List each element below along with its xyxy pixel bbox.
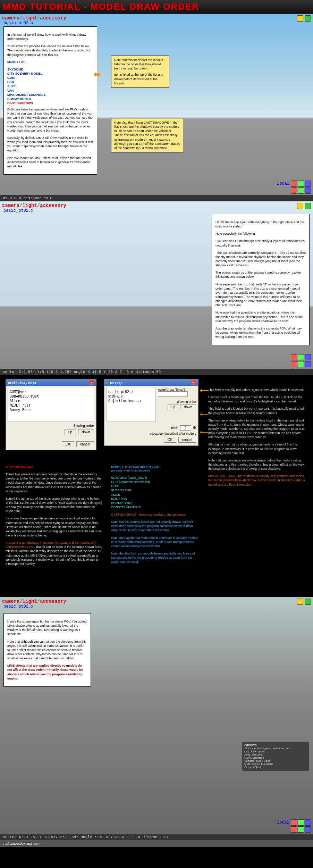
- win-title: accessory: [107, 381, 122, 385]
- caption: center X:-9.251 Y:13.517 Z:-1.647 angle …: [0, 834, 313, 840]
- page-title: MMD TUTORIAL - MODEL DRAW ORDER: [3, 1, 310, 12]
- t: The number entered refers to the models …: [208, 418, 305, 440]
- axis-y-icon[interactable]: [298, 354, 304, 360]
- axis-x-icon[interactable]: [291, 819, 297, 826]
- rot-y-icon[interactable]: [298, 826, 304, 833]
- head: VERY IMPORTANT:: [6, 465, 103, 469]
- arrow-icon: ⟵: [200, 410, 209, 418]
- column-a: VERY IMPORTANT: These two panels are act…: [6, 462, 103, 569]
- list-item[interactable]: Alice: [10, 399, 92, 403]
- icon-circle[interactable]: [297, 599, 303, 605]
- icon-plus[interactable]: [305, 15, 311, 22]
- up-button[interactable]: up: [168, 404, 179, 410]
- arrow-icon: ⟵: [200, 387, 209, 394]
- t: Note that this list shows the models lis…: [114, 58, 166, 70]
- local-label: local: [277, 820, 289, 825]
- list-item[interactable]: Dummy Bone: [10, 408, 92, 412]
- over-input[interactable]: [180, 425, 191, 431]
- axis-y-icon[interactable]: [298, 819, 304, 826]
- c: Alice: Kakomiki: [244, 753, 307, 756]
- cla-sub: basic_pt02.x: [3, 604, 33, 609]
- panel-4: camera/light/accessory basic_pt02.x Here…: [0, 597, 313, 840]
- t: Note also that it is possible to create …: [215, 310, 306, 323]
- t: If you see these two panels as one conti…: [6, 516, 103, 537]
- list-item[interactable]: basic_pt02.x: [108, 390, 154, 394]
- close-icon[interactable]: ×: [191, 380, 196, 385]
- rot-z-icon[interactable]: [305, 826, 311, 833]
- t: Here's the scene again with everything i…: [215, 220, 306, 228]
- rot-z-icon[interactable]: [305, 361, 311, 367]
- axis-y-icon[interactable]: [298, 181, 304, 187]
- list-head: Models List:: [7, 60, 93, 64]
- credits-box: CREDITS: Skydome: Kiwi6game.deviantart.c…: [242, 742, 309, 771]
- icon-circle[interactable]: [297, 15, 303, 22]
- t: Basically, by default, MMD will draw mod…: [7, 136, 93, 153]
- win-title: model disply order: [8, 381, 36, 385]
- i: OBJECT LUMINOUS: [111, 505, 198, 509]
- t: This field is badly labeled but very imp…: [208, 407, 305, 415]
- icon-circle[interactable]: [297, 203, 303, 209]
- t: - the cast shadows are correctly transpa…: [215, 251, 306, 268]
- t: These two panels are actually contigious…: [6, 472, 103, 493]
- list[interactable]: GUMIβver SUBARU360 rust Alice MIJET rust…: [8, 388, 94, 422]
- list-item[interactable]: GUMIβver: [10, 390, 92, 394]
- up-button[interactable]: up: [65, 429, 76, 435]
- name-input[interactable]: [158, 391, 188, 397]
- cla-label: camera/light/accessory: [2, 203, 66, 208]
- close-icon[interactable]: ×: [89, 380, 94, 385]
- icon-plus[interactable]: [305, 203, 311, 209]
- t: MMD's CAST SHADOW rendition is actually …: [208, 474, 305, 486]
- rot-x-icon[interactable]: [291, 826, 297, 833]
- list-item[interactable]: 野通代.x: [108, 394, 154, 399]
- list-item[interactable]: SUBARU360 rust: [10, 394, 92, 399]
- cancel-button[interactable]: cancel: [178, 437, 196, 443]
- name-label: name(press 'Enter'): [158, 388, 196, 391]
- t: Also I've loaded an MME effect. MME effe…: [7, 156, 93, 168]
- axis-icons: local: [277, 181, 311, 194]
- list-item[interactable]: MIJET rust: [10, 403, 92, 408]
- info-box: Here's the scene again but from a closer…: [3, 613, 91, 687]
- cancel-button[interactable]: cancel: [76, 441, 94, 447]
- icon-plus[interactable]: [305, 599, 311, 605]
- down-button[interactable]: down: [78, 429, 94, 435]
- rot-y-icon[interactable]: [298, 361, 304, 367]
- t: Note that the dummy bones are not actual…: [111, 520, 198, 532]
- rot-z-icon[interactable]: [305, 187, 311, 194]
- m: CAR: [7, 80, 93, 84]
- c: Vehicles: Max / Deda: [244, 759, 307, 762]
- rot-y-icon[interactable]: [298, 187, 304, 194]
- cla-label: camera/light/accessory: [2, 15, 66, 21]
- c: Serious Shader: [244, 766, 307, 769]
- arrow-icon: ⬅: [94, 69, 101, 79]
- t: This field is actually redundant. It jus…: [208, 388, 305, 392]
- i: MIJET VAN: [111, 497, 198, 501]
- rot-x-icon[interactable]: [291, 361, 297, 367]
- model-order-window: model disply order× GUMIβver SUBARU360 r…: [6, 379, 96, 450]
- top-icons: [297, 599, 311, 605]
- axis-z-icon[interactable]: [305, 819, 311, 826]
- info-box: Here's the scene again with everything i…: [212, 214, 310, 345]
- t: Both cars have transparent windows and a…: [7, 107, 93, 133]
- cla-label: camera/light/accessory: [2, 599, 66, 604]
- axis-x-icon[interactable]: [291, 354, 297, 360]
- t: In this tutorial we will show how to wor…: [7, 33, 93, 41]
- list-item[interactable]: ObjectLuminous.x: [108, 399, 154, 403]
- local-label: local: [277, 181, 289, 186]
- down-button[interactable]: down: [180, 404, 196, 410]
- t: Although it may not be obvious, you can …: [208, 442, 305, 455]
- axis-x-icon[interactable]: [291, 181, 297, 187]
- t: Note once again that MME Object Luminous…: [111, 536, 198, 548]
- after-label: accessory described after models: [150, 432, 196, 435]
- panel-3: model disply order× GUMIβver SUBARU360 r…: [0, 375, 313, 597]
- rot-x-icon[interactable]: [291, 187, 297, 194]
- top-icons: [297, 15, 311, 22]
- c: City: Silverspoon: [244, 750, 307, 753]
- ok-button[interactable]: OK: [62, 441, 74, 447]
- ok-button[interactable]: OK: [164, 437, 176, 443]
- axis-z-icon[interactable]: [305, 354, 311, 360]
- axis-z-icon[interactable]: [305, 181, 311, 187]
- t: Here's the scene again but from a closer…: [7, 619, 87, 636]
- t: Note also that I have CAST SHADOWS in th…: [114, 121, 180, 150]
- list[interactable]: basic_pt02.x 野通代.x ObjectLuminous.x: [107, 388, 156, 422]
- t: MME effects that are applied directly to…: [7, 663, 87, 681]
